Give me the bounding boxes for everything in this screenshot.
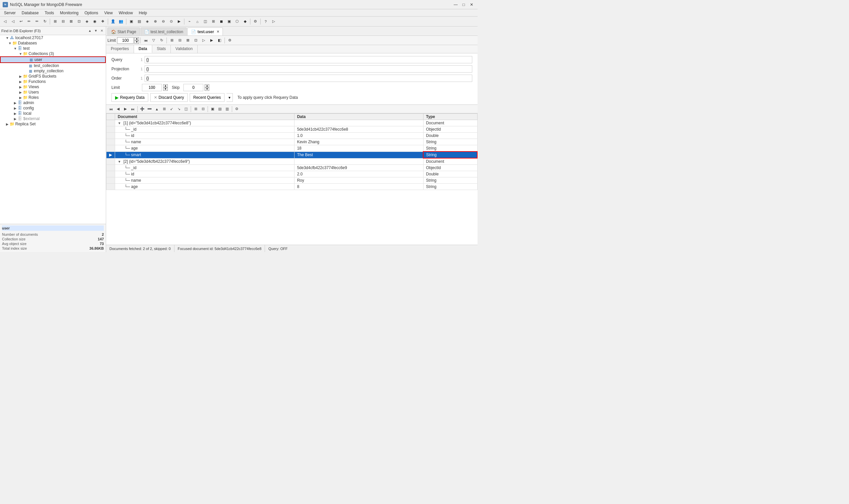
limit-up-btn[interactable]: ▲ [134, 37, 139, 40]
content-tb-4[interactable]: ⊟ [176, 37, 183, 44]
tb-btn-21[interactable]: ⊙ [167, 18, 175, 25]
data-settings-btn[interactable]: ⚙ [234, 106, 240, 112]
skip-up[interactable]: ▲ [205, 84, 209, 88]
data-arr-btn[interactable]: ◫ [183, 106, 189, 112]
search-down-btn[interactable]: ▼ [93, 28, 98, 34]
data-view-1[interactable]: ▣ [209, 106, 216, 112]
tb-btn-16[interactable]: ▣ [128, 18, 135, 25]
data-view-2[interactable]: ▤ [217, 106, 223, 112]
close-button[interactable]: ✕ [468, 1, 475, 8]
tb-btn-14[interactable]: 👤 [109, 18, 117, 25]
content-tb-3[interactable]: ⊞ [168, 37, 176, 44]
tb-btn-5[interactable]: ✏ [33, 18, 40, 25]
tree-toggle-roles[interactable]: ▶ [19, 96, 22, 100]
table-row[interactable]: └─ name Roy String [106, 177, 477, 184]
tb-btn-27[interactable]: ◼ [218, 18, 225, 25]
limit-down-btn[interactable]: ▼ [134, 40, 139, 44]
data-view-3[interactable]: ▥ [224, 106, 231, 112]
tree-item-gridfs[interactable]: ▶ 📁 GridFS Buckets [0, 74, 106, 79]
tb-btn-2[interactable]: ◁ [9, 18, 17, 25]
expand-icon-1[interactable]: ▼ [118, 121, 121, 125]
content-tb-10[interactable]: ⚙ [226, 37, 234, 44]
tree-toggle-databases[interactable]: ▼ [8, 41, 12, 45]
menu-server[interactable]: Server [1, 10, 18, 16]
tree-toggle-functions[interactable]: ▶ [19, 80, 22, 84]
sub-tab-stats[interactable]: Stats [152, 45, 171, 53]
menu-tools[interactable]: Tools [42, 10, 57, 16]
data-sort-btn[interactable]: ⊞ [161, 106, 167, 112]
tb-btn-29[interactable]: ⬡ [234, 18, 241, 25]
query-input[interactable] [145, 56, 472, 63]
data-grid-btn[interactable]: ⊞ [192, 106, 199, 112]
tree-item-server[interactable]: ▼ 🖧 localhost:27017 [0, 35, 106, 40]
tree-toggle-gridfs[interactable]: ▶ [19, 75, 22, 78]
tb-btn-31[interactable]: ⚙ [252, 18, 259, 25]
tree-toggle-config[interactable]: ▶ [13, 106, 17, 110]
form-limit-down[interactable]: ▼ [163, 88, 168, 91]
menu-database[interactable]: Database [19, 10, 41, 16]
tb-btn-25[interactable]: ◫ [202, 18, 209, 25]
expand-icon-2[interactable]: ▼ [118, 160, 121, 163]
data-remove-btn[interactable]: ➖ [146, 106, 153, 112]
discard-button[interactable]: ✕ Discard Query [150, 93, 188, 102]
search-close-btn[interactable]: ✕ [99, 28, 105, 34]
data-nav-prev[interactable]: ◀ [115, 106, 121, 112]
content-tb-7[interactable]: ▷ [200, 37, 207, 44]
skip-down[interactable]: ▼ [205, 88, 209, 91]
menu-window[interactable]: Window [116, 10, 136, 16]
tb-btn-18[interactable]: ◈ [144, 18, 151, 25]
table-row[interactable]: ▼ [2] (id="5de3d4cfb422c3774fecc6e9") Do… [106, 158, 477, 165]
tree-item-databases[interactable]: ▼ 📁 Databases [0, 40, 106, 46]
recent-dropdown-btn[interactable]: ▼ [227, 93, 233, 102]
tree-toggle-admin[interactable]: ▶ [13, 101, 17, 105]
tree-item-external[interactable]: ▶ 🗄 $external [0, 116, 106, 121]
data-remove-field-btn[interactable]: ↘ [176, 106, 182, 112]
data-minus-btn[interactable]: ⊟ [200, 106, 206, 112]
tab-test-collection[interactable]: 📄 test.test_collection [141, 28, 187, 35]
tb-btn-15[interactable]: 👥 [118, 18, 125, 25]
content-tb-6[interactable]: ⊡ [192, 37, 199, 44]
tree-item-test[interactable]: ▼ 🗄 test [0, 46, 106, 51]
tree-item-admin[interactable]: ▶ 🗄 admin [0, 100, 106, 105]
tb-btn-33[interactable]: ▷ [270, 18, 277, 25]
tree-toggle-collections[interactable]: ▼ [19, 52, 22, 56]
maximize-button[interactable]: □ [460, 1, 467, 8]
tree-item-user[interactable]: ▦ user [0, 56, 106, 63]
tb-btn-10[interactable]: ⊡ [75, 18, 83, 25]
table-row[interactable]: ▼ [1] (id="5de3d41cb422c3774fecc6e8") Do… [106, 120, 477, 126]
search-up-btn[interactable]: ▲ [87, 28, 92, 34]
table-row[interactable]: └─ age 18 String [106, 145, 477, 152]
tb-btn-12[interactable]: ◉ [91, 18, 98, 25]
tb-btn-19[interactable]: ⊕ [151, 18, 159, 25]
tb-btn-13[interactable]: ❖ [99, 18, 106, 25]
tree-item-functions[interactable]: ▶ 📁 Functions [0, 79, 106, 84]
table-row[interactable]: └─ name Kevin Zhang String [106, 139, 477, 145]
data-clone-btn[interactable]: ▲ [153, 106, 160, 112]
menu-help[interactable]: Help [136, 10, 150, 16]
tb-btn-24[interactable]: ⌂ [194, 18, 201, 25]
tree-toggle-replica-set[interactable]: ▶ [5, 122, 9, 126]
order-input[interactable] [145, 75, 472, 82]
sub-tab-properties[interactable]: Properties [106, 45, 134, 53]
menu-options[interactable]: Options [82, 10, 101, 16]
tree-toggle-external[interactable]: ▶ [13, 117, 17, 121]
table-row[interactable]: └─ id 1.0 Double [106, 133, 477, 139]
minimize-button[interactable]: — [452, 1, 459, 8]
tb-btn-20[interactable]: ⊖ [160, 18, 167, 25]
content-tb-5[interactable]: ⊠ [184, 37, 191, 44]
tree-item-collections[interactable]: ▼ 📁 Collections (3) [0, 51, 106, 56]
tab-test-user[interactable]: 📄 test.user ✕ [187, 28, 223, 35]
tb-btn-30[interactable]: ◆ [241, 18, 249, 25]
nav-filter-btn[interactable]: ▽ [150, 37, 157, 44]
table-row[interactable]: └─ _id 5de3d41cb422c3774fecc6e8 ObjectId [106, 126, 477, 133]
data-add-field-btn[interactable]: ↙ [168, 106, 175, 112]
sub-tab-data[interactable]: Data [134, 45, 152, 53]
tb-btn-6[interactable]: ↻ [41, 18, 49, 25]
skip-input[interactable] [183, 84, 203, 91]
tb-btn-8[interactable]: ⊟ [59, 18, 67, 25]
tb-btn-3[interactable]: ↩ [17, 18, 24, 25]
tb-btn-7[interactable]: ⊞ [51, 18, 59, 25]
tab-close-btn[interactable]: ✕ [217, 30, 219, 34]
menu-monitoring[interactable]: Monitoring [57, 10, 81, 16]
tree-item-test-collection[interactable]: ▦ test_collection [0, 63, 106, 68]
